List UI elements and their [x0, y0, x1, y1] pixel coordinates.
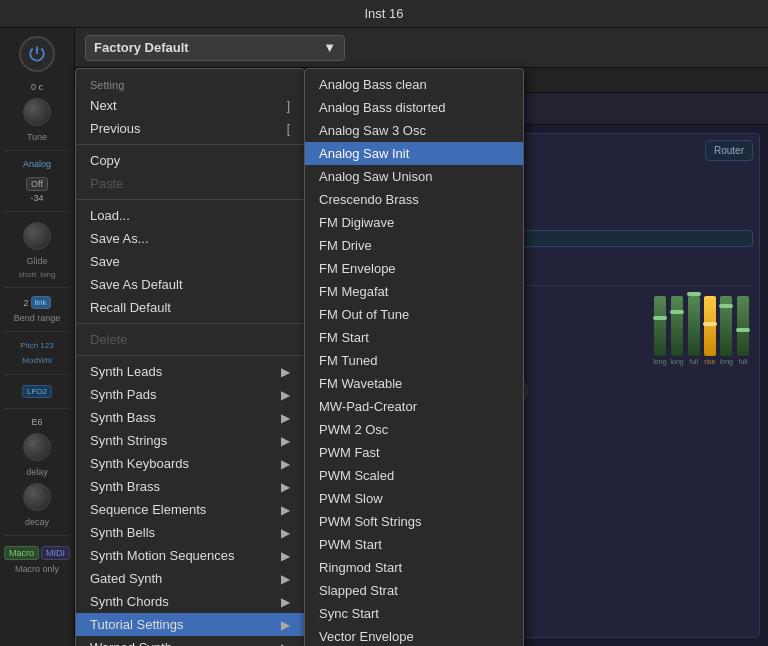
lfo-label: LFO2 — [22, 385, 52, 398]
submenu-fm-digiwave[interactable]: FM Digiwave — [305, 211, 523, 234]
preset-dropdown[interactable]: Factory Default ▼ — [85, 35, 345, 61]
sep-3 — [76, 323, 304, 324]
submenu-fm-out-of-tune[interactable]: FM Out of Tune — [305, 303, 523, 326]
menu-warped-synth[interactable]: Warped Synth ▶ — [76, 636, 304, 646]
menu-copy[interactable]: Copy — [76, 149, 304, 172]
submenu-sync-start[interactable]: Sync Start — [305, 602, 523, 625]
menu-synth-keyboards[interactable]: Synth Keyboards ▶ — [76, 452, 304, 475]
submenu-pwm-scaled[interactable]: PWM Scaled — [305, 464, 523, 487]
preset-bar: Factory Default ▼ — [75, 28, 768, 68]
menu-save-as-default[interactable]: Save As Default — [76, 273, 304, 296]
menu-next[interactable]: Next ] — [76, 94, 304, 117]
link-btn[interactable]: link — [31, 296, 51, 309]
arrow-synth-chords: ▶ — [281, 595, 290, 609]
bend-value: 2 — [23, 298, 28, 308]
menu-synth-strings[interactable]: Synth Strings ▶ — [76, 429, 304, 452]
submenu-pwm-2-osc[interactable]: PWM 2 Osc — [305, 418, 523, 441]
e6-label: E6 — [31, 417, 42, 427]
preset-name: Factory Default — [94, 40, 189, 55]
submenu-slapped-strat[interactable]: Slapped Strat — [305, 579, 523, 602]
tune-knob[interactable] — [23, 98, 51, 126]
menu-tutorial-settings[interactable]: Tutorial Settings ▶ — [76, 613, 304, 636]
sep-1 — [76, 144, 304, 145]
submenu-fm-drive[interactable]: FM Drive — [305, 234, 523, 257]
submenu-fm-envelope[interactable]: FM Envelope — [305, 257, 523, 280]
decay-knob[interactable] — [23, 483, 51, 511]
menu-synth-bells[interactable]: Synth Bells ▶ — [76, 521, 304, 544]
arrow-sequence-elements: ▶ — [281, 503, 290, 517]
menu-previous[interactable]: Previous [ — [76, 117, 304, 140]
slider-d[interactable] — [671, 296, 683, 356]
router-label: Router — [705, 140, 753, 161]
arrow-synth-motion-seq: ▶ — [281, 549, 290, 563]
submenu-fm-start[interactable]: FM Start — [305, 326, 523, 349]
submenu-analog-bass-clean[interactable]: Analog Bass clean — [305, 73, 523, 96]
menu-synth-bass[interactable]: Synth Bass ▶ — [76, 406, 304, 429]
cbd-off[interactable]: Off — [26, 177, 48, 191]
submenu-analog-saw-init[interactable]: Analog Saw Init — [305, 142, 523, 165]
left-sidebar: 0 c Tune Analog Off -34 Glide short long… — [0, 28, 75, 646]
arrow-synth-pads: ▶ — [281, 388, 290, 402]
submenu-fm-megafat[interactable]: FM Megafat — [305, 280, 523, 303]
sliders-area: long long — [649, 292, 753, 369]
power-button[interactable] — [19, 36, 55, 72]
arrow-synth-strings: ▶ — [281, 434, 290, 448]
setting-section-label: Setting — [76, 73, 304, 94]
menu-sequence-elements[interactable]: Sequence Elements ▶ — [76, 498, 304, 521]
submenu-pwm-fast[interactable]: PWM Fast — [305, 441, 523, 464]
menu-paste: Paste — [76, 172, 304, 195]
menu-gated-synth[interactable]: Gated Synth ▶ — [76, 567, 304, 590]
title-text: Inst 16 — [364, 6, 403, 21]
decay-label: decay — [25, 517, 49, 527]
glide-long: long — [40, 270, 55, 279]
submenu-fm-wavetable[interactable]: FM Wavetable — [305, 372, 523, 395]
submenu-fm-tuned[interactable]: FM Tuned — [305, 349, 523, 372]
submenu-pwm-slow[interactable]: PWM Slow — [305, 487, 523, 510]
submenu-analog-bass-distorted[interactable]: Analog Bass distorted — [305, 96, 523, 119]
arrow-warped-synth: ▶ — [281, 641, 290, 647]
macro-btn[interactable]: Macro — [4, 546, 39, 560]
context-menu-overlay: Setting Next ] Previous [ Copy Paste — [75, 68, 305, 646]
submenu-crescendo-brass[interactable]: Crescendo Brass — [305, 188, 523, 211]
slider-s[interactable] — [688, 296, 700, 356]
delay-knob[interactable] — [23, 433, 51, 461]
glide-knob[interactable] — [23, 222, 51, 250]
menu-load[interactable]: Load... — [76, 204, 304, 227]
submenu-pwm-soft-strings[interactable]: PWM Soft Strings — [305, 510, 523, 533]
arrow-synth-bass: ▶ — [281, 411, 290, 425]
macro-only-label: Macro only — [15, 564, 59, 574]
cbd-value: -34 — [30, 193, 43, 203]
submenu-mw-pad-creator[interactable]: MW-Pad-Creator — [305, 395, 523, 418]
menu-synth-brass[interactable]: Synth Brass ▶ — [76, 475, 304, 498]
menu-synth-pads[interactable]: Synth Pads ▶ — [76, 383, 304, 406]
arrow-synth-leads: ▶ — [281, 365, 290, 379]
slider-5[interactable] — [704, 296, 716, 356]
arrow-synth-keyboards: ▶ — [281, 457, 290, 471]
menu-save-as[interactable]: Save As... — [76, 227, 304, 250]
dropdown-arrow: ▼ — [323, 40, 336, 55]
submenu-analog-saw-3-osc[interactable]: Analog Saw 3 Osc — [305, 119, 523, 142]
slider-time[interactable] — [720, 296, 732, 356]
menu-synth-leads[interactable]: Synth Leads ▶ — [76, 360, 304, 383]
submenu-analog-saw-unison[interactable]: Analog Saw Unison — [305, 165, 523, 188]
submenu-vector-envelope[interactable]: Vector Envelope — [305, 625, 523, 646]
menu-recall-default[interactable]: Recall Default — [76, 296, 304, 319]
delay-label: delay — [26, 467, 48, 477]
source-label: Analog — [23, 159, 51, 169]
glide-short: short — [19, 270, 37, 279]
arrow-gated-synth: ▶ — [281, 572, 290, 586]
submenu-pwm-start[interactable]: PWM Start — [305, 533, 523, 556]
sep-4 — [76, 355, 304, 356]
menu-save[interactable]: Save — [76, 250, 304, 273]
submenu-ringmod-start[interactable]: Ringmod Start — [305, 556, 523, 579]
slider-a[interactable] — [654, 296, 666, 356]
title-bar: Inst 16 — [0, 0, 768, 28]
tune-value: 0 c — [31, 82, 43, 92]
pitch-label: Pitch 123 — [20, 340, 53, 351]
slider-r[interactable] — [737, 296, 749, 356]
menu-synth-chords[interactable]: Synth Chords ▶ — [76, 590, 304, 613]
menu-synth-motion-seq[interactable]: Synth Motion Sequences ▶ — [76, 544, 304, 567]
menu-delete: Delete — [76, 328, 304, 351]
midi-btn[interactable]: MIDI — [41, 546, 70, 560]
main-menu: Setting Next ] Previous [ Copy Paste — [75, 68, 305, 646]
